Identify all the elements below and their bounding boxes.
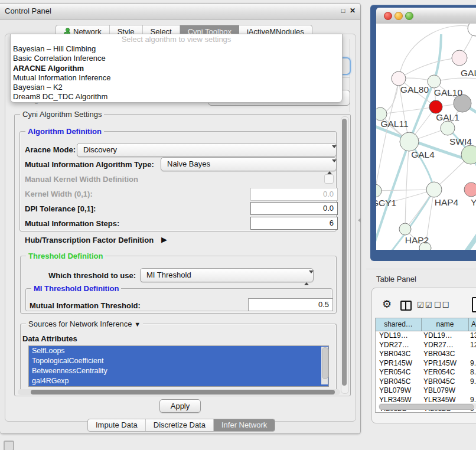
popup-item-aracne[interactable]: ARACNE Algorithm — [11, 64, 342, 73]
mi-type-label: Mutual Information Algorithm Type: — [25, 160, 154, 169]
settings-hscrollbar-thumb[interactable] — [31, 390, 335, 394]
stepper-arrows-icon[interactable] — [327, 161, 332, 174]
restore-icon[interactable]: □ — [339, 6, 347, 15]
tab-discretize-data[interactable]: Discretize Data — [146, 419, 214, 431]
deselect-all-checkboxes-icon[interactable]: ☐☐ — [434, 301, 450, 309]
node-GCY1[interactable] — [376, 184, 382, 197]
attribute-item-betweennesscentrality[interactable]: BetweennessCentrality — [29, 366, 328, 376]
manual-kernel-checkbox[interactable] — [324, 174, 334, 184]
column-header-partial[interactable]: A — [469, 318, 476, 331]
tab-infer-network[interactable]: Infer Network — [214, 419, 275, 431]
popup-item-dream8[interactable]: Dream8 DC_TDC Algorithm — [11, 92, 342, 102]
node-GAL1-selected[interactable] — [429, 100, 442, 113]
mi-algorithm-type-combobox[interactable]: Naive Bayes — [161, 157, 337, 171]
node-label-GAL11: GAL11 — [380, 119, 408, 129]
node-label-GAL10: GAL10 — [434, 87, 463, 97]
table-header-row: shared… name A — [376, 318, 476, 331]
node-GAL4[interactable] — [400, 132, 419, 151]
column-header-shared-name[interactable]: shared… — [376, 318, 422, 331]
kernel-width-field[interactable]: 0.0 — [250, 188, 338, 201]
node-label-GAL1: GAL1 — [436, 112, 459, 122]
tab-impute-data[interactable]: Impute Data — [88, 419, 146, 431]
columns-icon[interactable] — [400, 301, 412, 311]
node-label-gal-partial: GAL — [461, 68, 476, 78]
select-all-checkboxes-icon[interactable]: ☑☑ — [417, 301, 433, 309]
control-panel-titlebar[interactable]: Control Panel □ ✕ — [0, 4, 360, 19]
network-window-titlebar[interactable] — [376, 8, 476, 24]
group-title: Cyni Algorithm Settings — [20, 110, 104, 119]
which-threshold-combobox[interactable]: MI Threshold — [140, 268, 314, 282]
mac-close-icon[interactable] — [384, 12, 392, 20]
attribute-list-scrollbar[interactable] — [321, 347, 328, 384]
table-hscrollbar[interactable] — [379, 403, 476, 409]
attribute-list-scrollbar-thumb[interactable] — [322, 347, 328, 379]
node-big-green[interactable] — [461, 145, 476, 164]
hub-definition-label: Hub/Transcription Factor Definition — [25, 236, 154, 244]
popup-item-basic-correlation[interactable]: Basic Correlation Inference — [11, 54, 342, 63]
collapse-arrow-icon[interactable]: ▼ — [134, 321, 141, 328]
node-HAP2[interactable] — [399, 223, 411, 235]
table-row[interactable]: YBL079WYBL079W — [376, 386, 476, 396]
table-panel-title: Table Panel — [376, 275, 416, 283]
table-row[interactable]: YPR145WYPR145W9. — [376, 359, 476, 369]
table-row[interactable]: YER054CYER054C8. — [376, 368, 476, 377]
node-SWI4[interactable] — [441, 121, 455, 135]
dpi-tolerance-label: DPI Tolerance [0,1]: — [25, 204, 96, 213]
mac-minimize-icon[interactable] — [395, 12, 403, 20]
node-HAP4[interactable] — [426, 182, 442, 197]
expander-arrow-icon[interactable]: ▶ — [161, 235, 167, 244]
column-header-name[interactable]: name — [422, 318, 469, 331]
node-salmon[interactable] — [464, 182, 476, 197]
close-icon[interactable]: ✕ — [348, 6, 357, 15]
table-panel: ⚙ ☑☑ ☐☐ shared… name A YDL19…YDL19…13 YD… — [371, 288, 476, 423]
document-icon[interactable] — [472, 297, 476, 312]
attribute-item-topologicalcoefficient[interactable]: TopologicalCoefficient — [29, 356, 328, 366]
bottom-tab-bar: Impute Data Discretize Data Infer Networ… — [87, 419, 275, 432]
aracne-mode-label: Aracne Mode: — [25, 145, 76, 154]
kernel-width-label: Kernel Width (0,1): — [25, 190, 93, 198]
aracne-mode-combobox[interactable]: Discovery — [77, 143, 337, 157]
node-GAL80[interactable] — [392, 71, 406, 86]
node-GAL10[interactable] — [428, 75, 441, 88]
table-row[interactable]: YBR045CYBR045C9. — [376, 377, 476, 387]
panel-divider-handle[interactable] — [358, 218, 361, 223]
settings-scrollbar[interactable] — [341, 116, 349, 394]
settings-scrollbar-thumb[interactable] — [342, 119, 347, 386]
attribute-item-selfloops[interactable]: SelfLoops — [29, 346, 328, 356]
popup-placeholder: Select algorithm to view settings — [11, 35, 342, 44]
node-label-HAP2: HAP2 — [405, 235, 429, 245]
gear-icon[interactable]: ⚙ — [382, 298, 392, 311]
data-attributes-label: Data Attributes — [22, 334, 77, 343]
attribute-item-gal4rgexp[interactable]: gal4RGexp — [29, 376, 328, 386]
network-view-window[interactable]: GAL80 GAL10 GAL1 GAL11 GAL4 SWI4 GCY1 HA… — [370, 5, 476, 261]
mi-steps-field[interactable]: 6 — [250, 217, 338, 230]
table-row[interactable]: YBR043CYBR043C — [376, 350, 476, 359]
node-attribute-table: shared… name A YDL19…YDL19…13 YDR27…YDR2… — [375, 318, 476, 413]
table-row[interactable]: YDR27…YDR27…12 — [376, 341, 476, 350]
mi-steps-label: Mutual Information Steps: — [25, 219, 119, 228]
popup-item-bayesian-hill-climbing[interactable]: Bayesian – Hill Climbing — [11, 44, 342, 54]
window-title: Control Panel — [5, 6, 51, 15]
node-gal-partial[interactable] — [452, 50, 467, 66]
network-canvas[interactable]: GAL80 GAL10 GAL1 GAL11 GAL4 SWI4 GCY1 HA… — [376, 24, 476, 250]
table-row[interactable]: YDL19…YDL19…13 — [376, 331, 476, 341]
popup-item-mutual-information[interactable]: Mutual Information Inference — [11, 73, 342, 83]
collapsed-panel-icon[interactable] — [4, 441, 14, 450]
settings-hscrollbar[interactable] — [18, 389, 340, 395]
popup-item-bayesian-k2[interactable]: Bayesian – K2 — [11, 83, 342, 92]
app-background: Control Panel □ ✕ Network Style Select C… — [0, 0, 476, 450]
data-attributes-list: SelfLoops TopologicalCoefficient Between… — [28, 345, 329, 387]
node-label-HAP4: HAP4 — [435, 197, 459, 207]
table-hscrollbar-thumb[interactable] — [379, 404, 474, 410]
node-label-SWI4: SWI4 — [449, 136, 472, 146]
node-label-y-partial: Y — [471, 197, 476, 207]
mac-zoom-icon[interactable] — [405, 12, 413, 20]
dpi-tolerance-field[interactable]: 0.0 — [250, 202, 338, 215]
which-threshold-label: Which threshold to use: — [48, 271, 136, 280]
stepper-arrows-icon[interactable] — [304, 272, 309, 285]
algorithm-dropdown-popup: Select algorithm to view settings Bayesi… — [10, 34, 343, 103]
node-unlabeled-top[interactable] — [468, 24, 476, 36]
node-label-GAL4: GAL4 — [411, 149, 435, 159]
mi-threshold-field[interactable]: 0.5 — [248, 298, 333, 311]
apply-button[interactable]: Apply — [159, 399, 201, 413]
